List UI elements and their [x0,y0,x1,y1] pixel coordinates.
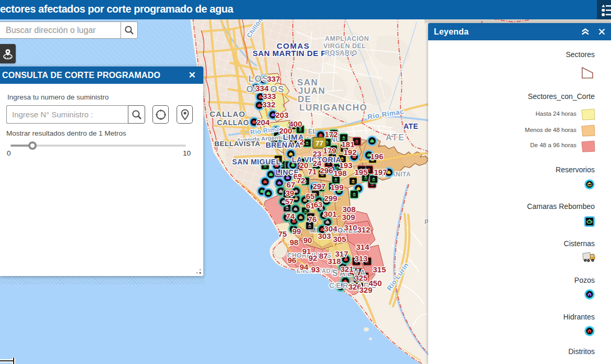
svg-text:199: 199 [330,183,343,192]
svg-text:200: 200 [279,126,292,135]
svg-text:172: 172 [324,130,337,139]
svg-text:BREÑA: BREÑA [266,140,293,149]
svg-text:312: 312 [357,225,370,234]
svg-text:303: 303 [318,231,331,240]
svg-text:ROSARIO: ROSARIO [325,49,357,57]
svg-text:195: 195 [354,168,367,177]
svg-text:203: 203 [275,111,288,119]
svg-text:93: 93 [311,265,320,274]
svg-text:75: 75 [278,229,287,238]
svg-text:198: 198 [333,169,346,178]
svg-text:98: 98 [290,238,299,247]
svg-text:VIRGEN DEL: VIRGEN DEL [323,42,366,50]
svg-text:296: 296 [320,166,333,175]
svg-text:301: 301 [323,209,336,218]
svg-text:LOS: LOS [248,74,269,84]
svg-text:192: 192 [343,148,356,157]
svg-text:310: 310 [344,223,357,232]
svg-text:337: 337 [267,74,280,83]
svg-text:333: 333 [263,92,276,101]
svg-text:65: 65 [306,192,315,201]
svg-text:92: 92 [309,253,318,262]
svg-text:ATE: ATE [386,133,405,142]
svg-text:AMPLIACIÓN: AMPLIACIÓN [325,35,369,42]
svg-text:63: 63 [314,200,323,209]
svg-text:299: 299 [324,194,337,203]
svg-text:321: 321 [340,264,353,273]
svg-text:297: 297 [312,182,325,191]
svg-text:309: 309 [342,213,355,222]
svg-text:CALLAO: CALLAO [210,109,246,118]
svg-text:325: 325 [354,273,367,282]
svg-text:23: 23 [313,149,322,158]
svg-text:2: 2 [300,137,304,146]
svg-text:94: 94 [300,262,309,271]
svg-text:76: 76 [308,215,317,224]
svg-text:72: 72 [297,176,306,185]
svg-text:ATE: ATE [403,122,418,130]
svg-text:67: 67 [287,180,296,189]
svg-text:313: 313 [354,254,367,263]
svg-text:318: 318 [328,257,341,266]
svg-text:315: 315 [373,265,386,274]
svg-text:74: 74 [286,212,295,220]
svg-text:305: 305 [333,235,346,244]
svg-text:329: 329 [359,285,372,294]
svg-text:314: 314 [356,242,369,251]
svg-text:LURIGANCHO: LURIGANCHO [299,103,367,113]
svg-text:204: 204 [256,118,270,127]
svg-text:39: 39 [286,189,294,197]
svg-text:20: 20 [300,161,309,170]
svg-text:96: 96 [288,256,297,264]
svg-text:196: 196 [370,152,383,161]
svg-text:90: 90 [303,236,312,245]
svg-text:77: 77 [315,139,323,147]
svg-text:197: 197 [374,168,387,177]
svg-text:71: 71 [308,167,317,176]
svg-text:57: 57 [285,197,294,206]
svg-text:87: 87 [319,251,328,260]
svg-text:99: 99 [292,227,301,236]
svg-text:BELLAVISTA: BELLAVISTA [214,140,260,148]
svg-text:332: 332 [262,100,275,109]
svg-text:179: 179 [323,146,336,155]
svg-text:SAN MIGUEL: SAN MIGUEL [232,158,281,166]
svg-text:CALLAO: CALLAO [217,118,249,127]
